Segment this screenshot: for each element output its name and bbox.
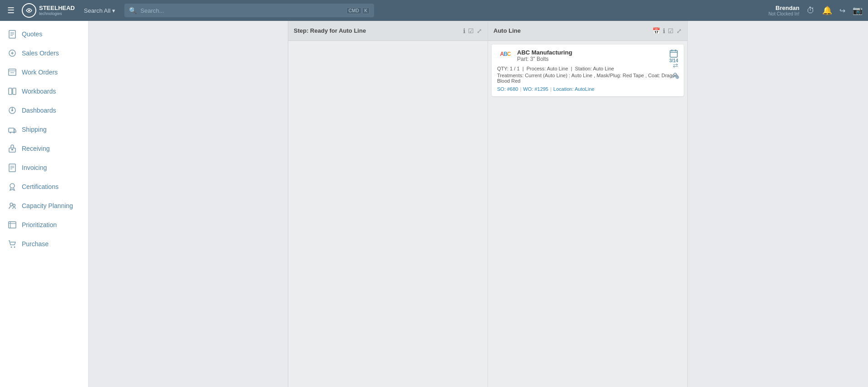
workboards-icon (7, 86, 17, 96)
card-process: Process: Auto Line (527, 66, 568, 71)
sidebar-item-quotes[interactable]: Quotes (0, 25, 88, 44)
sidebar-item-certifications[interactable]: Certifications (0, 177, 88, 196)
kanban-column-ready-auto-line: Step: Ready for Auto Line ℹ ☑ ⤢ (288, 21, 488, 387)
so-link[interactable]: SO: #680 (497, 86, 518, 92)
bell-icon[interactable]: 🔔 (822, 5, 832, 15)
col2-body (288, 41, 488, 387)
logo-circle (22, 3, 36, 18)
card-abc-manufacturing: ABC ABC Manufacturing Part: 3" Bolts 3/1… (492, 45, 684, 96)
kanban-column-1 (89, 21, 288, 387)
checklist-icon-col3[interactable]: ☑ (668, 27, 674, 35)
transfer-icon[interactable]: ⇄ (673, 62, 678, 69)
workboards-label: Workboards (22, 88, 56, 95)
logo-name: STEELHEAD (39, 5, 75, 11)
sales-orders-label: Sales Orders (22, 50, 59, 57)
col2-header: Step: Ready for Auto Line ℹ ☑ ⤢ (288, 21, 488, 41)
search-bar: 🔍 CMD K (124, 4, 374, 17)
calendar-icon-col3[interactable]: 📅 (652, 27, 660, 35)
kbd-k: K (362, 7, 370, 14)
search-all-label: Search All (84, 7, 111, 14)
svg-point-30 (14, 247, 15, 248)
invoicing-icon (7, 163, 17, 173)
svg-rect-18 (11, 149, 13, 150)
sidebar-item-sales-orders[interactable]: Sales Orders (0, 44, 88, 63)
card-qty: QTY: 1 / 1 (497, 66, 520, 71)
svg-rect-9 (9, 88, 12, 94)
dashboards-label: Dashboards (22, 107, 56, 114)
card-links: SO: #680 | WO: #1295 | Location: AutoLin… (497, 86, 678, 92)
sidebar-item-shipping[interactable]: Shipping (0, 120, 88, 139)
capacity-planning-label: Capacity Planning (22, 202, 73, 209)
info-icon-col2[interactable]: ℹ (463, 27, 465, 35)
location-link[interactable]: Location: AutoLine (553, 86, 595, 92)
svg-rect-14 (9, 128, 14, 132)
info-icon-col3[interactable]: ℹ (663, 27, 665, 35)
user-name: Brendan (769, 5, 799, 11)
svg-point-29 (11, 247, 12, 248)
sidebar-item-receiving[interactable]: Receiving (0, 139, 88, 158)
search-input[interactable] (140, 7, 343, 14)
shipping-icon (7, 124, 17, 134)
receiving-label: Receiving (22, 145, 49, 152)
card-actions: ⇄ (672, 62, 679, 80)
receiving-icon (7, 144, 17, 154)
svg-point-15 (10, 132, 11, 134)
sidebar: Quotes Sales Orders Work Orders Workboar… (0, 21, 89, 387)
dashboards-icon (7, 105, 17, 115)
chevron-down-icon: ▾ (112, 7, 115, 14)
card-company: ABC Manufacturing (517, 49, 666, 56)
work-orders-label: Work Orders (22, 69, 58, 76)
card-station: Station: Auto Line (575, 66, 614, 71)
sidebar-item-capacity-planning[interactable]: Capacity Planning (0, 196, 88, 215)
card-info: ABC Manufacturing Part: 3" Bolts (517, 49, 666, 62)
collapse-icon-col2[interactable]: ⤢ (477, 27, 482, 35)
card-date-badge[interactable]: 3/14 (669, 49, 678, 63)
purchase-label: Purchase (22, 240, 49, 248)
svg-point-25 (13, 204, 15, 207)
shipping-label: Shipping (22, 126, 47, 133)
sidebar-item-invoicing[interactable]: Invoicing (0, 158, 88, 177)
search-icon: 🔍 (129, 7, 137, 14)
abc-logo: ABC (497, 49, 513, 59)
user-status: Not Clocked In! (769, 11, 799, 16)
work-orders-icon (7, 67, 17, 77)
card-header: ABC ABC Manufacturing Part: 3" Bolts 3/1… (497, 49, 678, 63)
assign-icon[interactable] (672, 72, 679, 80)
collapse-icon-col3[interactable]: ⤢ (676, 27, 682, 35)
logo-svg (25, 6, 34, 15)
col1-body (89, 21, 288, 387)
card-detail-line: QTY: 1 / 1 | Process: Auto Line | Statio… (497, 66, 678, 71)
search-shortcut: CMD K (346, 7, 370, 14)
svg-rect-6 (9, 69, 16, 75)
kanban-board: Step: Ready for Auto Line ℹ ☑ ⤢ Auto Lin… (89, 21, 868, 387)
sidebar-item-dashboards[interactable]: Dashboards (0, 101, 88, 120)
logo: STEELHEAD technologies (22, 3, 75, 18)
col3-header: Auto Line 📅 ℹ ☑ ⤢ (488, 21, 687, 41)
quotes-icon (7, 29, 17, 39)
capacity-planning-icon (7, 201, 17, 211)
sidebar-item-workboards[interactable]: Workboards (0, 82, 88, 101)
logout-icon[interactable]: ↪ (839, 6, 845, 15)
search-all-button[interactable]: Search All ▾ (80, 7, 119, 14)
sidebar-item-prioritization[interactable]: Prioritization (0, 215, 88, 234)
prioritization-icon (7, 220, 17, 230)
kanban-column-auto-line: Auto Line 📅 ℹ ☑ ⤢ ABC ABC Manufacturing … (488, 21, 688, 387)
purchase-icon (7, 239, 17, 249)
separator2: | (550, 86, 552, 92)
wo-link[interactable]: WO: #1295 (523, 86, 548, 92)
sidebar-item-purchase[interactable]: Purchase (0, 234, 88, 253)
col3-body: ABC ABC Manufacturing Part: 3" Bolts 3/1… (488, 41, 687, 387)
sales-orders-icon (7, 48, 17, 58)
hamburger-menu-icon[interactable]: ☰ (5, 4, 16, 17)
checklist-icon-col2[interactable]: ☑ (468, 27, 474, 35)
logo-sub: technologies (39, 11, 75, 16)
col2-title: Step: Ready for Auto Line (294, 27, 460, 34)
certifications-label: Certifications (22, 183, 59, 190)
col4-body (688, 21, 868, 387)
kbd-cmd: CMD (346, 7, 361, 14)
sidebar-item-work-orders[interactable]: Work Orders (0, 63, 88, 82)
camera-icon[interactable]: 📷 (853, 5, 863, 15)
time-icon[interactable]: ⏱ (807, 6, 815, 15)
quotes-label: Quotes (22, 30, 42, 38)
invoicing-label: Invoicing (22, 164, 47, 171)
